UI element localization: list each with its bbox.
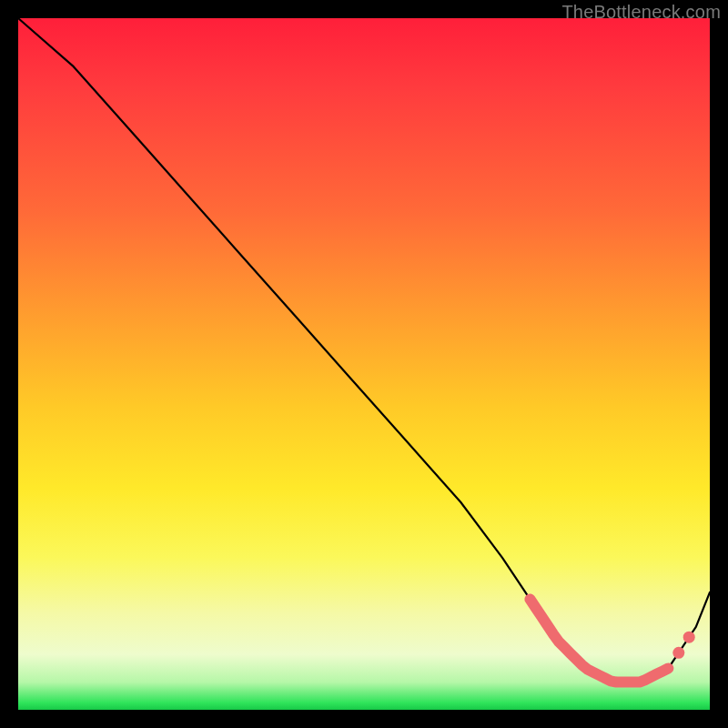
highlight-dot (672, 647, 684, 659)
plot-area (18, 18, 710, 710)
highlight-region (530, 599, 668, 682)
chart-stage: TheBottleneck.com (0, 0, 728, 728)
highlight-dot (683, 632, 695, 643)
chart-overlay (18, 18, 710, 710)
bottleneck-curve (18, 18, 710, 682)
